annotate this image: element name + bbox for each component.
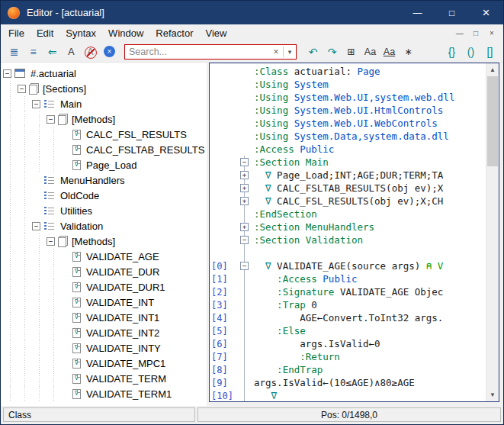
code-line-3[interactable]: :Using System.Web.UI.HtmlControls — [210, 104, 486, 117]
minimize-button[interactable]: — — [400, 1, 435, 24]
tree-expand-box[interactable]: − — [32, 100, 40, 108]
mdi-minimize-button[interactable]: — — [453, 27, 467, 39]
code-line-8[interactable]: + ∇ Page_Load;INT;AGE;DUR;TERM;TA — [210, 169, 486, 182]
tree-expand-box[interactable]: − — [32, 222, 40, 230]
code-area[interactable]: :Class actuarial: Page:Using System:Usin… — [210, 63, 486, 401]
back-arrow-icon[interactable]: ⇐ — [43, 43, 61, 60]
fold-toggle-icon[interactable]: − — [240, 262, 249, 270]
code-line-17[interactable]: [2] :Signature VALIDATE_AGE Objec — [210, 285, 486, 298]
tree-item-page_load[interactable]: ∇Page_Load — [3, 157, 207, 172]
tree-expand-box[interactable]: − — [47, 115, 55, 124]
tree-item-validate_inty[interactable]: ∇VALIDATE_INTY — [3, 340, 207, 356]
match-parens-icon[interactable]: () — [462, 43, 480, 60]
titlebar[interactable]: Editor - [actuarial] — □ × — [1, 1, 503, 24]
menu-item-refactor[interactable]: Refactor — [149, 25, 199, 41]
tree-item-menuhandlers[interactable]: MenuHandlers — [3, 172, 207, 188]
tree-item-validate_int[interactable]: ∇VALIDATE_INT — [3, 295, 207, 310]
tree-item-main[interactable]: −Main — [3, 96, 207, 111]
code-line-24[interactable]: [9]args.IsValid←(10≤AGE)∧80≥AGE — [210, 376, 486, 389]
tree-expand-box[interactable]: − — [47, 237, 55, 246]
code-line-20[interactable]: [5] :Else — [210, 324, 486, 337]
tree-item-validation[interactable]: −Validation — [3, 218, 207, 233]
search-dropdown-icon[interactable]: ▾ — [284, 48, 296, 56]
code-line-0[interactable]: :Class actuarial: Page — [210, 65, 486, 78]
menu-item-syntax[interactable]: Syntax — [59, 25, 102, 41]
toggle-outline-icon[interactable]: ≣ — [5, 43, 23, 60]
doc-icon: ∇ — [72, 160, 81, 170]
menu-item-file[interactable]: File — [2, 25, 30, 41]
fold-toggle-icon[interactable]: − — [240, 236, 249, 244]
code-line-10[interactable]: + ∇ CALC_FSL_RESULTS(obj ev);X;CH — [210, 195, 486, 208]
tree-expand-box[interactable]: − — [3, 69, 11, 78]
tree-item-calc_fsltab_results[interactable]: ∇CALC_FSLTAB_RESULTS — [3, 142, 207, 157]
maximize-button[interactable]: □ — [435, 1, 469, 24]
match-braces-icon[interactable]: {} — [443, 43, 461, 60]
tree-item-methods[interactable]: −[Methods] — [3, 111, 207, 127]
tree-item-sections[interactable]: −[Sections] — [3, 81, 207, 96]
menu-item-window[interactable]: Window — [102, 25, 149, 41]
tree-item-validate_dur1[interactable]: ∇VALIDATE_DUR1 — [3, 279, 207, 295]
menu-item-view[interactable]: View — [200, 25, 233, 41]
code-line-11[interactable]: :EndSection — [210, 208, 486, 221]
vertical-scrollbar[interactable]: ▲ ▼ — [486, 63, 499, 401]
match-case-a-icon[interactable]: A — [63, 43, 80, 60]
code-line-23[interactable]: [8] :EndTrap — [210, 363, 486, 376]
tree-item-validate_term[interactable]: ∇VALIDATE_TERM — [3, 371, 207, 386]
mdi-close-button[interactable]: × — [485, 27, 499, 39]
fold-toggle-icon[interactable]: + — [240, 184, 249, 192]
tree-item-actuarial[interactable]: −#.actuarial — [3, 66, 207, 81]
code-line-7[interactable]: −:Section Main — [210, 156, 486, 169]
code-line-25[interactable]: [10] ∇ — [210, 389, 486, 401]
mdi-restore-button[interactable]: □ — [469, 27, 483, 39]
code-line-5[interactable]: :Using System.Data,system.data.dll — [210, 130, 486, 143]
fold-toggle-icon[interactable]: + — [240, 197, 249, 205]
tree-item-validate_mpc1[interactable]: ∇VALIDATE_MPC1 — [3, 356, 207, 371]
match-case-icon[interactable]: Aa — [361, 43, 379, 60]
tree-item-validate_int2[interactable]: ∇VALIDATE_INT2 — [3, 325, 207, 340]
code-line-9[interactable]: + ∇ CALC_FSLTAB_RESULTS(obj ev);X — [210, 182, 486, 195]
code-line-1[interactable]: :Using System — [210, 78, 486, 91]
search-next-icon[interactable]: ↷ — [323, 43, 341, 60]
search-prev-icon[interactable]: ↶ — [304, 43, 322, 60]
fold-toggle-icon[interactable]: + — [240, 223, 249, 231]
class-tree[interactable]: −#.actuarial−[Sections]−Main−[Methods]∇C… — [1, 63, 207, 406]
tree-item-validate_age[interactable]: ∇VALIDATE_AGE — [3, 249, 207, 264]
code-line-21[interactable]: [6] args.IsValid←0 — [210, 337, 486, 350]
search-input[interactable] — [125, 47, 269, 57]
scroll-down-icon[interactable]: ▼ — [486, 388, 499, 401]
code-line-22[interactable]: [7] :Return — [210, 350, 486, 363]
code-line-13[interactable]: −:Section Validation — [210, 233, 486, 246]
tree-item-oldcode[interactable]: OldCode — [3, 188, 207, 203]
tree-item-validate_int1[interactable]: ∇VALIDATE_INT1 — [3, 310, 207, 325]
code-line-14[interactable] — [210, 246, 486, 259]
code-line-4[interactable]: :Using System.Web.UI.WebControls — [210, 117, 486, 130]
tree-item-calc_fsl_results[interactable]: ∇CALC_FSL_RESULTS — [3, 127, 207, 142]
code-line-15[interactable]: [0]− ∇ VALIDATE_AGE(source args) ⍝ V — [210, 259, 486, 272]
fold-toggle-icon[interactable]: + — [240, 171, 249, 179]
tree-item-validate_dur[interactable]: ∇VALIDATE_DUR — [3, 264, 207, 279]
toggle-sections-icon[interactable]: ≡ — [24, 43, 42, 60]
menu-item-edit[interactable]: Edit — [30, 25, 59, 41]
tree-item-validate_term1[interactable]: ∇VALIDATE_TERM1 — [3, 386, 207, 401]
tree-item-methods[interactable]: −[Methods] — [3, 233, 207, 249]
regex-icon[interactable]: ∗ — [400, 43, 417, 60]
code-line-18[interactable]: [3] :Trap 0 — [210, 298, 486, 311]
tree-expand-box[interactable]: − — [18, 85, 26, 93]
select-all-matches-icon[interactable]: ⊞ — [342, 43, 360, 60]
scrollbar-thumb[interactable] — [487, 76, 498, 166]
fn-del-mark: ∇ — [75, 330, 79, 336]
search-clear-icon[interactable]: × — [269, 47, 283, 57]
scroll-up-icon[interactable]: ▲ — [486, 63, 499, 76]
clear-search-icon[interactable]: × — [101, 43, 118, 60]
tree-item-utilities[interactable]: Utilities — [3, 203, 207, 218]
fold-toggle-icon[interactable]: − — [240, 158, 249, 166]
close-button[interactable]: × — [469, 1, 503, 24]
code-line-19[interactable]: [4] AGE←Convert.ToInt32 args. — [210, 311, 486, 324]
code-line-6[interactable]: :Access Public — [210, 143, 486, 156]
code-line-16[interactable]: [1] :Access Public — [210, 272, 486, 285]
no-highlight-icon[interactable]: A — [82, 43, 99, 60]
code-line-2[interactable]: :Using System.Web.UI,system.web.dll — [210, 91, 486, 104]
match-word-icon[interactable]: Aa — [380, 43, 398, 60]
code-line-12[interactable]: +:Section MenuHandlers — [210, 221, 486, 233]
match-brackets-icon[interactable]: [] — [481, 43, 499, 60]
